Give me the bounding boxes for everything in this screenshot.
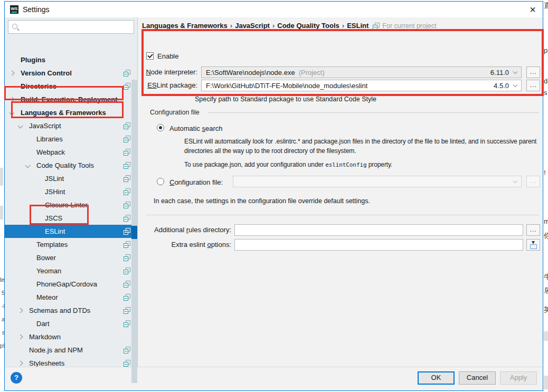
sidebar-item-label: Bower (36, 254, 56, 262)
additional-rules-browse-button[interactable]: ... (526, 224, 540, 236)
sidebar-item-closure-linter[interactable]: Closure Linter (5, 198, 137, 212)
copy-icon[interactable] (124, 360, 130, 367)
node-interpreter-version: 6.11.0 (490, 69, 509, 77)
copy-icon[interactable] (124, 149, 130, 156)
sidebar-item-templates[interactable]: Templates (5, 238, 137, 251)
sidebar-item-javascript[interactable]: JavaScript (5, 119, 137, 132)
sidebar-item-jscs[interactable]: JSCS (5, 212, 137, 225)
copy-icon[interactable] (124, 83, 130, 90)
copy-icon[interactable] (124, 281, 130, 288)
copy-icon[interactable] (124, 320, 130, 327)
eslint-package-label: ESLint package: (142, 80, 197, 91)
sidebar-item-libraries[interactable]: Libraries (5, 132, 137, 146)
sidebar-item-label: Code Quality Tools (36, 161, 94, 169)
chevron-right-icon[interactable] (18, 361, 23, 366)
eslint-package-browse-button[interactable]: ... (526, 80, 540, 91)
copy-icon[interactable] (124, 188, 130, 195)
extra-options-input[interactable] (234, 239, 523, 251)
additional-rules-input[interactable] (234, 224, 523, 236)
copy-icon[interactable] (124, 254, 130, 261)
sidebar-item-label: Markdown (29, 333, 61, 341)
breadcrumb-segment[interactable]: ESLint (347, 22, 369, 30)
configuration-file-combobox[interactable] (233, 176, 522, 187)
close-icon[interactable]: × (526, 3, 540, 16)
eslint-package-value: F:\Work\GitHub\DTiT-FE-Mobile\node_modul… (206, 82, 367, 90)
copy-icon[interactable] (124, 228, 130, 235)
automatic-search-label[interactable]: Automatic search (169, 125, 222, 132)
cancel-button[interactable]: Cancel (459, 371, 496, 385)
package-json-note: To use package.json, add your configurat… (184, 160, 548, 170)
automatic-search-radio[interactable] (157, 124, 164, 131)
breadcrumb: Languages & Frameworks › JavaScript › Co… (142, 22, 436, 30)
sidebar-item-dart[interactable]: Dart (5, 317, 137, 330)
node-interpreter-label: Node interpreter: (142, 66, 197, 78)
sidebar-item-jshint[interactable]: JSHint (5, 185, 137, 198)
settings-sidebar: PluginsVersion ControlDirectoriesBuild, … (5, 17, 138, 368)
sidebar-item-code-quality-tools[interactable]: Code Quality Tools (5, 159, 137, 172)
chevron-down-icon[interactable] (18, 123, 23, 129)
copy-icon[interactable] (124, 70, 130, 77)
screen-artifact-box (0, 168, 3, 186)
scope-label: For current project (382, 22, 436, 30)
eslint-package-version: 4.5.0 (494, 82, 509, 90)
sidebar-item-label: Languages & Frameworks (21, 109, 106, 117)
enable-checkbox[interactable] (146, 52, 154, 60)
copy-icon[interactable] (124, 122, 130, 129)
sidebar-item-languages-frameworks[interactable]: Languages & Frameworks (5, 106, 137, 119)
chevron-right-icon[interactable] (10, 97, 15, 102)
copy-icon[interactable] (124, 175, 130, 182)
sidebar-item-label: JSHint (45, 188, 65, 196)
extra-options-expand-button[interactable] (526, 239, 540, 251)
ok-button[interactable]: OK (418, 371, 455, 385)
search-icon (12, 24, 17, 29)
sidebar-item-label: Node.js and NPM (29, 346, 83, 354)
configuration-file-radio[interactable] (157, 178, 164, 185)
copy-icon[interactable] (124, 294, 130, 301)
sidebar-item-plugins[interactable]: Plugins (5, 53, 137, 66)
copy-icon[interactable] (124, 267, 130, 274)
copy-icon[interactable] (124, 215, 130, 222)
sidebar-item-markdown[interactable]: Markdown (5, 330, 137, 343)
sidebar-item-build-execution-deployment[interactable]: Build, Execution, Deployment (5, 93, 137, 106)
chevron-down-icon[interactable] (25, 163, 31, 168)
sidebar-item-phonegap-cordova[interactable]: PhoneGap/Cordova (5, 278, 137, 291)
copy-icon[interactable] (124, 162, 130, 169)
apply-button[interactable]: Apply (500, 371, 537, 385)
settings-search-box[interactable] (8, 20, 134, 34)
chevron-down-icon (513, 83, 517, 87)
sidebar-item-label: Yeoman (36, 267, 61, 275)
node-interpreter-combobox[interactable]: E:\SoftWare\nodejs\node.exe (Project) 6.… (201, 66, 522, 78)
help-button[interactable]: ? (11, 372, 22, 384)
sidebar-item-yeoman[interactable]: Yeoman (5, 264, 137, 278)
chevron-right-icon[interactable] (10, 71, 15, 76)
chevron-right-icon[interactable] (18, 308, 23, 313)
copy-icon[interactable] (124, 136, 130, 142)
copy-icon[interactable] (373, 23, 380, 30)
chevron-right-icon[interactable] (18, 334, 23, 340)
sidebar-item-version-control[interactable]: Version Control (5, 66, 137, 80)
settings-dialog: WS Settings × PluginsVersion ControlDire… (4, 1, 543, 391)
sidebar-item-meteor[interactable]: Meteor (5, 291, 137, 304)
sidebar-item-bower[interactable]: Bower (5, 251, 137, 264)
sidebar-item-schemas-and-dtds[interactable]: Schemas and DTDs (5, 304, 137, 317)
sidebar-item-directories[interactable]: Directories (5, 80, 137, 93)
chevron-down-icon[interactable] (10, 110, 15, 116)
sidebar-item-node-js-and-npm[interactable]: Node.js and NPM (5, 343, 137, 357)
sidebar-item-webpack[interactable]: Webpack (5, 146, 137, 159)
configuration-file-label[interactable]: Configuration file: (169, 177, 223, 188)
screen-artifact-box (544, 331, 548, 341)
configuration-file-browse-button[interactable]: ... (526, 176, 540, 187)
copy-icon[interactable] (124, 307, 130, 314)
eslint-package-combobox[interactable]: F:\Work\GitHub\DTiT-FE-Mobile\node_modul… (201, 80, 522, 91)
copy-icon[interactable] (124, 202, 130, 208)
settings-search-input[interactable] (21, 21, 133, 34)
sidebar-item-eslint[interactable]: ESLint (5, 225, 137, 238)
breadcrumb-segment[interactable]: Languages & Frameworks (142, 22, 228, 30)
breadcrumb-segment[interactable]: JavaScript (235, 22, 270, 30)
screen-artifact-box (544, 376, 548, 389)
copy-icon[interactable] (124, 241, 130, 248)
copy-icon[interactable] (124, 347, 130, 353)
sidebar-item-jslint[interactable]: JSLint (5, 172, 137, 185)
breadcrumb-segment[interactable]: Code Quality Tools (277, 22, 339, 30)
node-interpreter-browse-button[interactable]: ... (526, 66, 540, 78)
